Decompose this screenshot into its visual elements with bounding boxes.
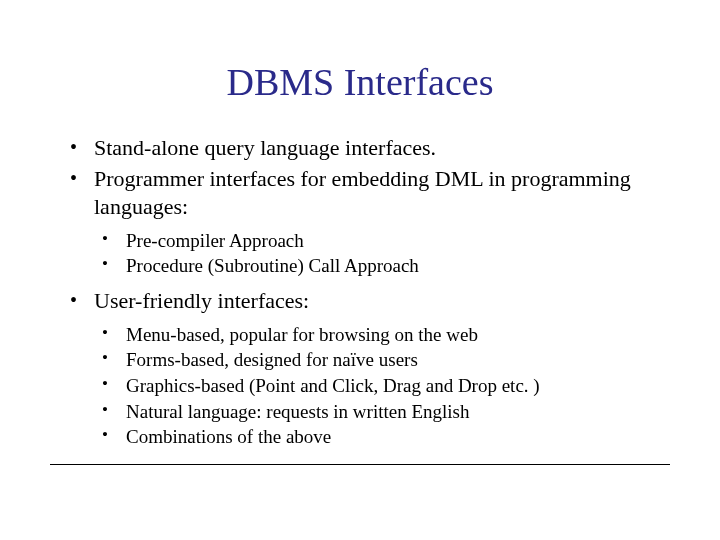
slide-title: DBMS Interfaces [50,60,670,104]
horizontal-rule [50,464,670,465]
list-item: Menu-based, popular for browsing on the … [102,322,670,348]
sub-bullet-list: Menu-based, popular for browsing on the … [50,322,670,450]
list-item: User-friendly interfaces: [70,287,670,316]
list-item: Pre-compiler Approach [102,228,670,254]
list-item: Natural language: requests in written En… [102,399,670,425]
list-item: Stand-alone query language interfaces. [70,134,670,163]
sub-bullet-list: Pre-compiler Approach Procedure (Subrout… [50,228,670,279]
main-bullet-list: User-friendly interfaces: [50,287,670,316]
list-item: Graphics-based (Point and Click, Drag an… [102,373,670,399]
list-item: Combinations of the above [102,424,670,450]
list-item: Forms-based, designed for naïve users [102,347,670,373]
list-item: Procedure (Subroutine) Call Approach [102,253,670,279]
main-bullet-list: Stand-alone query language interfaces. P… [50,134,670,222]
list-item: Programmer interfaces for embedding DML … [70,165,670,222]
